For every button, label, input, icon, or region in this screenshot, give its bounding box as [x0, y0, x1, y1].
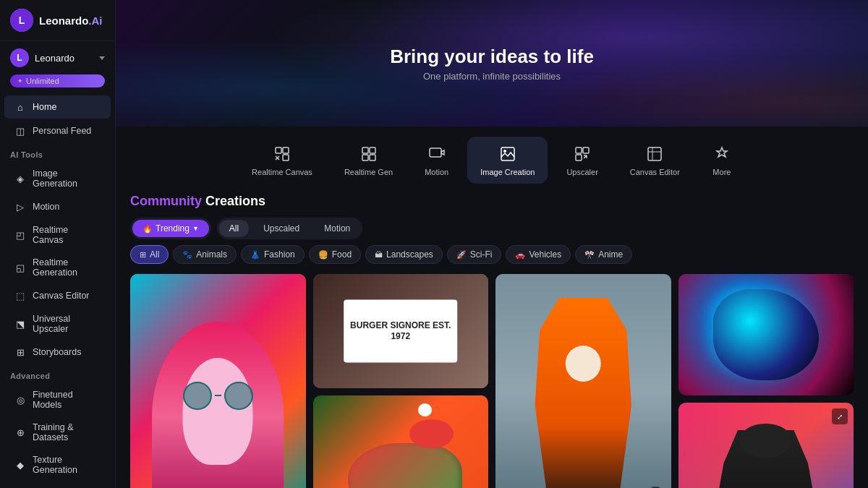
- canvas-editor-icon: [644, 144, 665, 164]
- filter-trending[interactable]: Trending ▼: [132, 220, 209, 237]
- username: Leonardo: [35, 53, 93, 64]
- ai-tools-section-label: AI Tools: [0, 143, 115, 162]
- image-card-chameleon[interactable]: [313, 395, 489, 488]
- nav-label: Realtime Generation: [33, 257, 101, 278]
- nav-label: Canvas Editor: [33, 291, 90, 301]
- image-card-abstract-blue[interactable]: [678, 274, 854, 395]
- tool-realtime-gen[interactable]: Realtime Gen: [331, 137, 406, 184]
- tool-realtime-canvas[interactable]: Realtime Canvas: [239, 137, 326, 184]
- logo-avatar: L: [10, 9, 33, 32]
- anime-icon: 🎌: [584, 250, 595, 260]
- filter-tag-anime[interactable]: 🎌 Anime: [575, 245, 632, 264]
- tool-label: Image Creation: [480, 168, 535, 176]
- sidebar-item-motion[interactable]: ▷ Motion: [4, 195, 111, 218]
- tool-label: More: [712, 168, 731, 176]
- home-icon: ⌂: [14, 101, 26, 113]
- user-menu[interactable]: L Leonardo: [0, 41, 115, 74]
- tool-label: Realtime Canvas: [252, 168, 312, 176]
- realtime-canvas-icon: [272, 144, 292, 164]
- training-icon: ⊕: [14, 427, 26, 438]
- svg-rect-8: [370, 155, 375, 160]
- sidebar-item-home[interactable]: ⌂ Home: [4, 95, 111, 119]
- image-card-colorful-woman[interactable]: [130, 274, 306, 488]
- tool-image-creation[interactable]: Image Creation: [467, 137, 548, 184]
- main-nav: ⌂ Home ◫ Personal Feed AI Tools ◈ Image …: [0, 92, 115, 488]
- sidebar-item-realtime-gen[interactable]: ◱ Realtime Generation: [4, 252, 111, 283]
- tool-canvas-editor[interactable]: Canvas Editor: [617, 137, 693, 184]
- tool-motion[interactable]: Motion: [412, 137, 461, 184]
- sidebar-item-realtime-canvas[interactable]: ◰ Realtime Canvas: [4, 219, 111, 251]
- editor-icon: ⬚: [14, 290, 26, 301]
- filter-motion[interactable]: Motion: [314, 220, 360, 237]
- svg-rect-9: [430, 148, 441, 157]
- nav-label: Training & Datasets: [33, 422, 101, 442]
- animals-icon: 🐾: [182, 250, 192, 260]
- sidebar-item-texture-generation[interactable]: ◆ Texture Generation: [4, 449, 111, 481]
- expand-icon: ⤢: [832, 408, 848, 424]
- sidebar-item-api-access[interactable]: { } API Access: [4, 481, 111, 488]
- filter-tag-fashion[interactable]: 👗 Fashion: [241, 245, 305, 264]
- hero-title: Bring your ideas to life: [390, 46, 594, 68]
- nav-label: Finetuned Models: [33, 390, 101, 410]
- filter-all-type[interactable]: All: [219, 220, 249, 237]
- filter-tag-sci-fi[interactable]: 🚀 Sci-Fi: [447, 245, 502, 264]
- sidebar-item-storyboards[interactable]: ⊞ Storyboards: [4, 341, 111, 364]
- motion-tool-icon: [427, 144, 447, 164]
- grid-column-1: [130, 274, 306, 488]
- filter-upscaled[interactable]: Upscaled: [253, 220, 310, 237]
- filter-tag-vehicles[interactable]: 🚗 Vehicles: [506, 245, 571, 264]
- filter-bar: Trending ▼ All Upscaled Motion ⊞ All: [130, 218, 854, 264]
- filter-tag-animals[interactable]: 🐾 Animals: [173, 245, 237, 264]
- image-card-man-orange[interactable]: ▶: [495, 274, 671, 488]
- nav-label: Realtime Canvas: [33, 225, 101, 245]
- texture-icon: ◆: [14, 459, 26, 471]
- nav-label: Universal Upscaler: [33, 314, 101, 334]
- image-card-burger[interactable]: BURGER SIGNORE EST. 1972: [313, 274, 489, 388]
- advanced-section-label: Advanced: [0, 364, 115, 383]
- svg-rect-3: [283, 147, 289, 153]
- image-card-colorful-girl[interactable]: ⤢: [678, 403, 854, 488]
- tool-label: Canvas Editor: [630, 168, 680, 176]
- nav-label: Texture Generation: [33, 455, 101, 475]
- sidebar-item-personal-feed[interactable]: ◫ Personal Feed: [4, 119, 111, 142]
- category-filter-tags: ⊞ All 🐾 Animals 👗 Fashion 🍔 Food 🏔: [130, 245, 632, 264]
- realtime-icon: ◱: [14, 262, 26, 273]
- tool-navigation: Realtime Canvas Realtime Gen Motion: [116, 127, 868, 194]
- food-icon: 🍔: [318, 250, 328, 260]
- landscapes-icon: 🏔: [375, 250, 383, 259]
- tool-upscaler[interactable]: Upscaler: [553, 137, 610, 184]
- grid-icon: ⊞: [140, 250, 146, 260]
- svg-text:L: L: [19, 14, 25, 26]
- sidebar-item-upscaler[interactable]: ⬔ Universal Upscaler: [4, 308, 111, 340]
- tool-label: Upscaler: [566, 168, 597, 176]
- image-grid: BURGER SIGNORE EST. 1972: [130, 274, 854, 488]
- nav-label: Image Generation: [33, 168, 101, 189]
- tool-more[interactable]: More: [699, 137, 745, 184]
- svg-rect-2: [276, 147, 281, 153]
- filter-tag-food[interactable]: 🍔 Food: [309, 245, 361, 264]
- svg-rect-5: [362, 147, 368, 153]
- scifi-icon: 🚀: [456, 250, 467, 260]
- sidebar-item-canvas-editor[interactable]: ⬚ Canvas Editor: [4, 284, 111, 307]
- sidebar: L Leonardo.Ai L Leonardo Unlimited ⌂ Hom…: [0, 0, 116, 488]
- unlimited-badge: Unlimited: [10, 74, 105, 87]
- grid-column-2: BURGER SIGNORE EST. 1972: [313, 274, 489, 488]
- user-avatar: L: [10, 48, 29, 67]
- sidebar-item-finetuned-models[interactable]: ◎ Finetuned Models: [4, 384, 111, 416]
- sidebar-item-image-generation[interactable]: ◈ Image Generation: [4, 163, 111, 194]
- nav-label: Storyboards: [33, 347, 81, 357]
- sidebar-item-training-datasets[interactable]: ⊕ Training & Datasets: [4, 416, 111, 448]
- chevron-down-icon: [99, 56, 105, 60]
- svg-rect-14: [576, 155, 582, 160]
- chevron-down-icon: ▼: [192, 225, 199, 232]
- filter-tag-all[interactable]: ⊞ All: [130, 245, 169, 264]
- filter-tag-landscapes[interactable]: 🏔 Landscapes: [365, 245, 443, 264]
- tool-label: Motion: [425, 168, 448, 176]
- vehicles-icon: 🚗: [515, 250, 525, 260]
- logo-text: Leonardo.Ai: [39, 14, 103, 27]
- motion-icon: ▷: [14, 201, 26, 213]
- logo[interactable]: L Leonardo.Ai: [0, 0, 115, 41]
- image-creation-icon: [498, 144, 518, 164]
- svg-point-11: [503, 150, 506, 153]
- svg-rect-13: [583, 147, 589, 153]
